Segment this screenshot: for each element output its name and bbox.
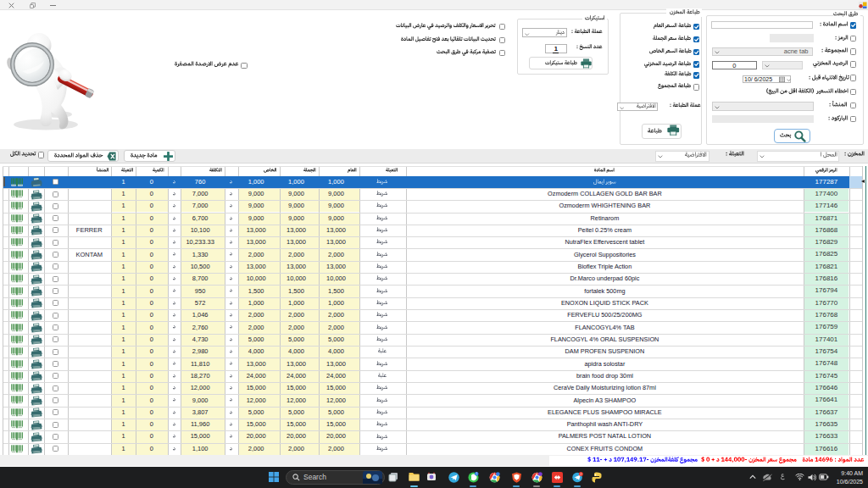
- svg-text:2: 2: [580, 473, 581, 476]
- svg-text:1: 1: [476, 472, 477, 475]
